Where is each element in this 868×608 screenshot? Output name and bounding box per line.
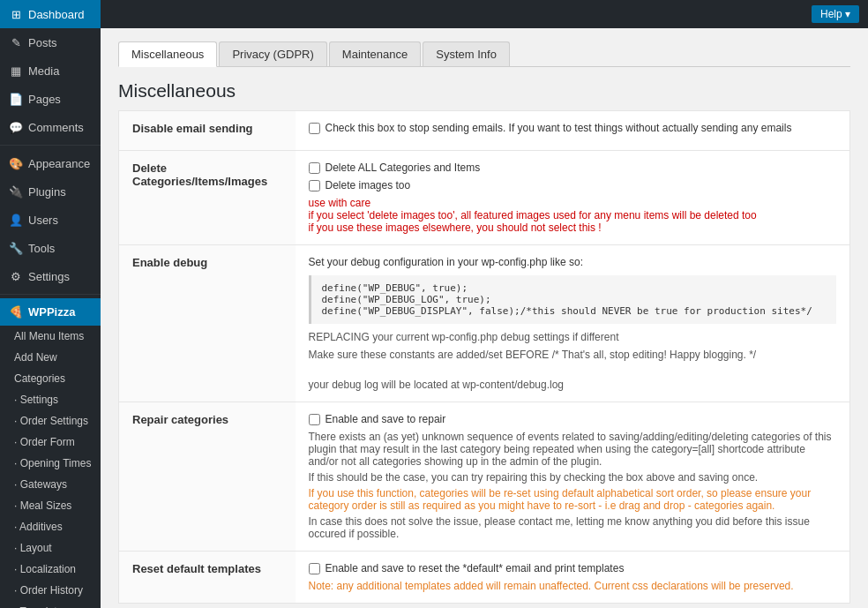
debug-note-1: REPLACING your current wp-config.php deb… bbox=[309, 331, 837, 343]
tab-system-info[interactable]: System Info bbox=[423, 41, 510, 66]
sidebar-item-label: Posts bbox=[28, 36, 57, 49]
delete-all-label: Delete ALL Categories and Items bbox=[326, 161, 481, 174]
content-area: Miscellaneous Privacy (GDPR) Maintenance… bbox=[101, 28, 868, 608]
wppizza-icon: 🍕 bbox=[9, 305, 23, 319]
topbar: Help ▾ bbox=[101, 0, 868, 28]
sidebar-item-media[interactable]: ▦ Media bbox=[0, 56, 101, 85]
submenu-all-menu-items[interactable]: All Menu Items bbox=[0, 326, 101, 347]
settings-icon: ⚙ bbox=[9, 269, 23, 283]
submenu-localization[interactable]: · Localization bbox=[0, 559, 101, 580]
row-label-reset-templates: Reset default templates bbox=[119, 552, 296, 604]
page-title: Miscellaneous bbox=[118, 80, 850, 101]
sidebar-divider bbox=[0, 145, 101, 146]
appearance-icon: 🎨 bbox=[9, 156, 23, 170]
submenu-additives[interactable]: · Additives bbox=[0, 516, 101, 537]
users-icon: 👤 bbox=[9, 213, 23, 227]
dashboard-icon: ⊞ bbox=[9, 7, 23, 21]
tab-privacy[interactable]: Privacy (GDPR) bbox=[219, 41, 326, 66]
submenu-order-history[interactable]: · Order History bbox=[0, 580, 101, 601]
posts-icon: ✎ bbox=[9, 35, 23, 49]
debug-note-2: Make sure these constants are added/set … bbox=[309, 349, 837, 361]
media-icon: ▦ bbox=[9, 64, 23, 78]
sidebar-item-label: Users bbox=[28, 214, 58, 227]
reset-templates-note: Note: any additional templates added wil… bbox=[309, 580, 837, 592]
row-content-disable-email: Check this box to stop sending emails. I… bbox=[296, 111, 850, 151]
submenu-templates[interactable]: · Templates bbox=[0, 601, 101, 608]
sidebar-item-label: Dashboard bbox=[28, 8, 85, 21]
row-repair-categories: Repair categories Enable and save to rep… bbox=[119, 402, 850, 552]
sidebar-item-label: Appearance bbox=[28, 157, 90, 170]
sidebar-item-tools[interactable]: 🔧 Tools bbox=[0, 234, 101, 262]
repair-desc-4: In case this does not solve the issue, p… bbox=[309, 515, 837, 540]
sidebar-item-label: Pages bbox=[28, 93, 61, 106]
debug-code-block: define("WP_DEBUG", true); define("WP_DEB… bbox=[309, 275, 837, 324]
debug-intro: Set your debug configuration in your wp-… bbox=[309, 256, 837, 268]
sidebar-divider-2 bbox=[0, 294, 101, 295]
delete-all-checkbox[interactable] bbox=[309, 162, 320, 174]
reset-templates-checkbox-row: Enable and save to reset the *default* e… bbox=[309, 562, 837, 574]
comments-icon: 💬 bbox=[9, 120, 23, 134]
repair-desc-1: There exists an (as yet) unknown sequenc… bbox=[309, 431, 837, 468]
sidebar-item-dashboard[interactable]: ⊞ Dashboard bbox=[0, 0, 101, 28]
wppizza-header[interactable]: 🍕 WPPizza bbox=[0, 298, 101, 326]
sidebar-item-comments[interactable]: 💬 Comments bbox=[0, 113, 101, 141]
sidebar-item-users[interactable]: 👤 Users bbox=[0, 206, 101, 234]
row-disable-email: Disable email sending Check this box to … bbox=[119, 111, 850, 151]
wppizza-label: WPPizza bbox=[28, 305, 75, 319]
help-button[interactable]: Help ▾ bbox=[812, 5, 859, 23]
tools-icon: 🔧 bbox=[9, 241, 23, 255]
reset-templates-checkbox[interactable] bbox=[309, 563, 320, 574]
tab-miscellaneous[interactable]: Miscellaneous bbox=[118, 41, 217, 67]
delete-images-label: Delete images too bbox=[326, 179, 411, 191]
submenu-order-form[interactable]: · Order Form bbox=[0, 432, 101, 453]
row-label-disable-email: Disable email sending bbox=[119, 111, 296, 151]
row-label-delete-categories: Delete Categories/Items/Images bbox=[119, 151, 296, 245]
sidebar-item-plugins[interactable]: 🔌 Plugins bbox=[0, 177, 101, 206]
submenu-meal-sizes[interactable]: · Meal Sizes bbox=[0, 495, 101, 516]
sidebar-item-label: Settings bbox=[28, 270, 70, 283]
disable-email-label: Check this box to stop sending emails. I… bbox=[326, 122, 792, 134]
row-label-repair-categories: Repair categories bbox=[119, 402, 296, 552]
sidebar-item-label: Comments bbox=[28, 121, 84, 134]
submenu-order-settings[interactable]: · Order Settings bbox=[0, 410, 101, 432]
tab-maintenance[interactable]: Maintenance bbox=[329, 41, 421, 66]
row-enable-debug: Enable debug Set your debug configuratio… bbox=[119, 245, 850, 402]
delete-images-checkbox[interactable] bbox=[309, 180, 320, 191]
sidebar: ⊞ Dashboard ✎ Posts ▦ Media 📄 Pages 💬 Co… bbox=[0, 0, 101, 608]
repair-desc-3: If you use this function, categories wil… bbox=[309, 487, 837, 512]
submenu-gateways[interactable]: · Gateways bbox=[0, 474, 101, 495]
repair-desc-2: If this should be the case, you can try … bbox=[309, 471, 837, 484]
submenu-opening-times[interactable]: · Opening Times bbox=[0, 453, 101, 474]
row-content-delete-categories: Delete ALL Categories and Items Delete i… bbox=[296, 151, 850, 245]
settings-table: Disable email sending Check this box to … bbox=[118, 110, 850, 604]
row-content-enable-debug: Set your debug configuration in your wp-… bbox=[296, 245, 850, 402]
reset-templates-label: Enable and save to reset the *default* e… bbox=[326, 562, 625, 574]
sidebar-item-appearance[interactable]: 🎨 Appearance bbox=[0, 149, 101, 177]
disable-email-checkbox[interactable] bbox=[309, 123, 320, 134]
submenu-add-new[interactable]: Add New bbox=[0, 347, 101, 368]
sidebar-item-settings[interactable]: ⚙ Settings bbox=[0, 262, 101, 290]
main-area: Help ▾ Miscellaneous Privacy (GDPR) Main… bbox=[101, 0, 868, 608]
submenu-settings[interactable]: · Settings bbox=[0, 389, 101, 410]
delete-images-checkbox-row: Delete images too bbox=[309, 179, 837, 191]
sidebar-item-label: Tools bbox=[28, 242, 55, 255]
repair-checkbox[interactable] bbox=[309, 414, 320, 425]
row-content-repair-categories: Enable and save to repair There exists a… bbox=[296, 402, 850, 552]
sidebar-item-pages[interactable]: 📄 Pages bbox=[0, 85, 101, 113]
pages-icon: 📄 bbox=[9, 92, 23, 106]
sidebar-item-posts[interactable]: ✎ Posts bbox=[0, 28, 101, 56]
row-reset-templates: Reset default templates Enable and save … bbox=[119, 552, 850, 604]
sidebar-item-label: Plugins bbox=[28, 185, 66, 199]
row-label-enable-debug: Enable debug bbox=[119, 245, 296, 402]
row-content-reset-templates: Enable and save to reset the *default* e… bbox=[296, 552, 850, 604]
tab-bar: Miscellaneous Privacy (GDPR) Maintenance… bbox=[118, 41, 850, 67]
delete-warning: use with care if you select 'delete imag… bbox=[309, 197, 837, 234]
repair-checkbox-row: Enable and save to repair bbox=[309, 413, 837, 425]
help-label: Help ▾ bbox=[820, 8, 850, 20]
submenu-layout[interactable]: · Layout bbox=[0, 537, 101, 559]
plugins-icon: 🔌 bbox=[9, 184, 23, 199]
sidebar-item-label: Media bbox=[28, 64, 59, 78]
submenu-categories[interactable]: Categories bbox=[0, 368, 101, 389]
debug-note-3: your debug log will be located at wp-con… bbox=[309, 379, 837, 391]
delete-all-checkbox-row: Delete ALL Categories and Items bbox=[309, 161, 837, 174]
